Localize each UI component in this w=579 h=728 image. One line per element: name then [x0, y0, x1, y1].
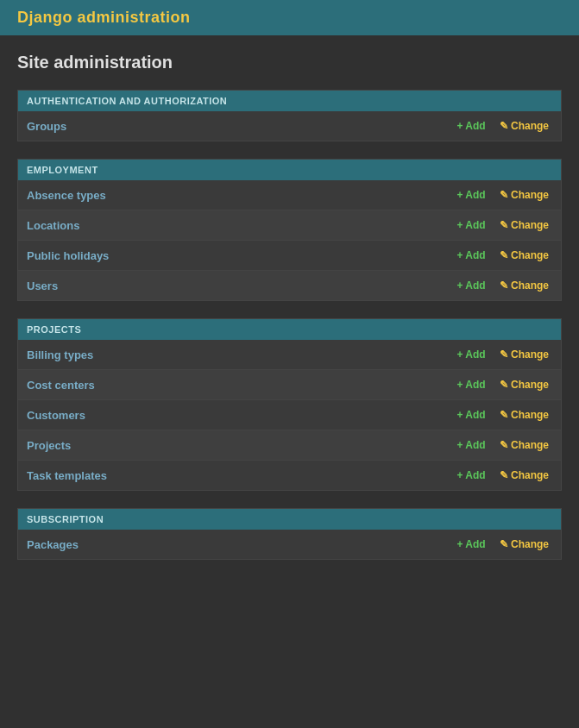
- modules-container: Authentication and AuthorizationGroups+ …: [17, 90, 562, 560]
- module-subscription: SubscriptionPackages+ Add✎ Change: [17, 508, 562, 560]
- add-billing-types-button[interactable]: + Add: [453, 347, 488, 362]
- item-label-customers[interactable]: Customers: [27, 409, 453, 422]
- main-content: Site administration Authentication and A…: [0, 35, 579, 594]
- change-absence-types-button[interactable]: ✎ Change: [496, 187, 552, 203]
- change-users-button[interactable]: ✎ Change: [496, 278, 552, 293]
- row-actions: + Add✎ Change: [453, 468, 552, 483]
- table-row: Billing types+ Add✎ Change: [18, 340, 561, 370]
- add-users-button[interactable]: + Add: [453, 278, 488, 293]
- row-actions: + Add✎ Change: [453, 537, 552, 552]
- change-public-holidays-button[interactable]: ✎ Change: [496, 248, 552, 263]
- row-actions: + Add✎ Change: [453, 217, 552, 233]
- item-label-absence-types[interactable]: Absence types: [27, 189, 453, 202]
- change-packages-button[interactable]: ✎ Change: [496, 537, 552, 552]
- table-row: Locations+ Add✎ Change: [18, 210, 561, 241]
- item-label-locations[interactable]: Locations: [27, 219, 453, 232]
- module-header-employment: Employment: [18, 160, 561, 180]
- table-row: Customers+ Add✎ Change: [18, 400, 561, 430]
- item-label-users[interactable]: Users: [27, 279, 453, 292]
- item-label-billing-types[interactable]: Billing types: [27, 348, 453, 361]
- add-groups-button[interactable]: + Add: [453, 118, 488, 134]
- change-locations-button[interactable]: ✎ Change: [496, 217, 552, 233]
- add-cost-centers-button[interactable]: + Add: [453, 377, 488, 392]
- table-row: Task templates+ Add✎ Change: [18, 461, 561, 490]
- change-projects-button[interactable]: ✎ Change: [496, 437, 552, 453]
- table-row: Packages+ Add✎ Change: [18, 530, 561, 559]
- table-row: Projects+ Add✎ Change: [18, 430, 561, 461]
- module-header-projects: Projects: [18, 319, 561, 340]
- row-actions: + Add✎ Change: [453, 248, 552, 263]
- item-label-public-holidays[interactable]: Public holidays: [27, 249, 453, 262]
- item-label-projects[interactable]: Projects: [27, 439, 453, 452]
- row-actions: + Add✎ Change: [453, 377, 552, 392]
- add-packages-button[interactable]: + Add: [453, 537, 488, 552]
- row-actions: + Add✎ Change: [453, 347, 552, 362]
- add-task-templates-button[interactable]: + Add: [453, 468, 488, 483]
- change-groups-button[interactable]: ✎ Change: [496, 118, 552, 134]
- module-header-auth: Authentication and Authorization: [18, 91, 561, 111]
- item-label-task-templates[interactable]: Task templates: [27, 469, 453, 482]
- change-task-templates-button[interactable]: ✎ Change: [496, 468, 552, 483]
- table-row: Absence types+ Add✎ Change: [18, 180, 561, 210]
- page-title: Site administration: [17, 53, 562, 72]
- item-label-packages[interactable]: Packages: [27, 538, 453, 551]
- module-employment: EmploymentAbsence types+ Add✎ ChangeLoca…: [17, 159, 562, 301]
- item-label-groups[interactable]: Groups: [27, 120, 453, 133]
- change-cost-centers-button[interactable]: ✎ Change: [496, 377, 552, 392]
- row-actions: + Add✎ Change: [453, 437, 552, 453]
- add-locations-button[interactable]: + Add: [453, 217, 488, 233]
- add-public-holidays-button[interactable]: + Add: [453, 248, 488, 263]
- module-header-subscription: Subscription: [18, 509, 561, 530]
- change-billing-types-button[interactable]: ✎ Change: [496, 347, 552, 362]
- module-projects: ProjectsBilling types+ Add✎ ChangeCost c…: [17, 318, 562, 491]
- change-customers-button[interactable]: ✎ Change: [496, 407, 552, 423]
- module-auth: Authentication and AuthorizationGroups+ …: [17, 90, 562, 141]
- row-actions: + Add✎ Change: [453, 187, 552, 203]
- table-row: Public holidays+ Add✎ Change: [18, 241, 561, 271]
- item-label-cost-centers[interactable]: Cost centers: [27, 379, 453, 392]
- table-row: Cost centers+ Add✎ Change: [18, 370, 561, 400]
- add-customers-button[interactable]: + Add: [453, 407, 488, 423]
- row-actions: + Add✎ Change: [453, 407, 552, 423]
- add-absence-types-button[interactable]: + Add: [453, 187, 488, 203]
- row-actions: + Add✎ Change: [453, 278, 552, 293]
- row-actions: + Add✎ Change: [453, 118, 552, 134]
- site-title: Django administration: [17, 9, 562, 27]
- header: Django administration: [0, 0, 579, 35]
- add-projects-button[interactable]: + Add: [453, 437, 488, 453]
- table-row: Groups+ Add✎ Change: [18, 111, 561, 141]
- table-row: Users+ Add✎ Change: [18, 271, 561, 300]
